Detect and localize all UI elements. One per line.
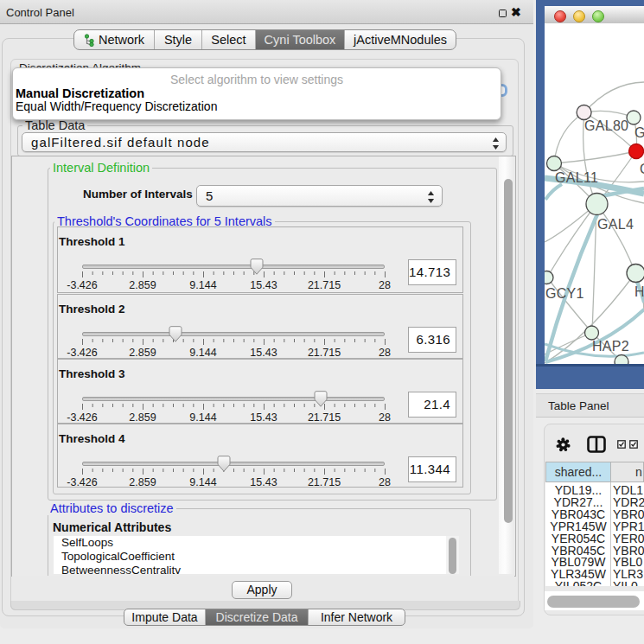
svg-text:GAL80: GAL80 — [584, 118, 628, 133]
svg-text:HAP2: HAP2 — [592, 339, 629, 354]
svg-text:GAL4: GAL4 — [597, 217, 634, 232]
svg-text:C: C — [640, 162, 644, 176]
svg-text:GA: GA — [634, 125, 644, 140]
svg-text:H: H — [634, 284, 644, 299]
svg-text:GCY1: GCY1 — [545, 286, 584, 301]
svg-text:GAL11: GAL11 — [555, 170, 598, 185]
